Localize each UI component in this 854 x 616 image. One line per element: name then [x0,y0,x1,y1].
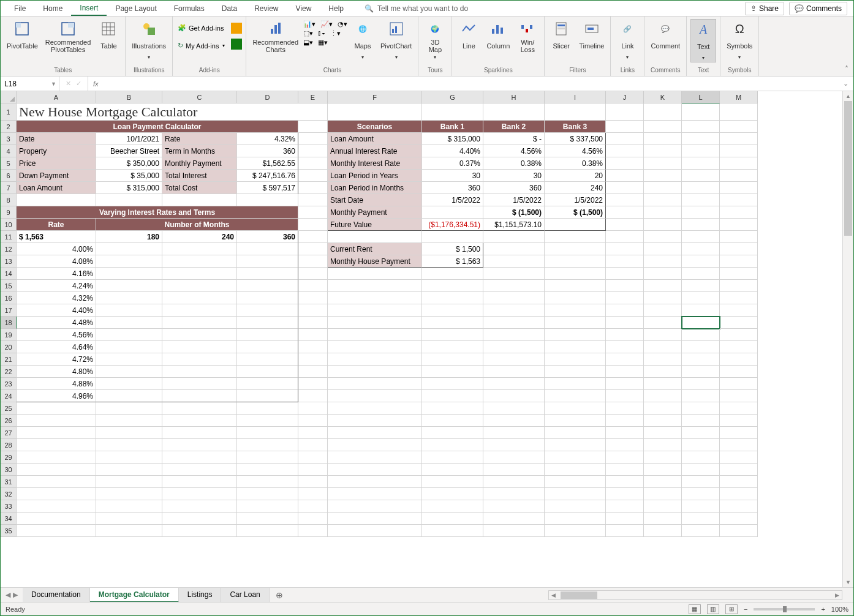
formula-expand-button[interactable]: ⌄ [838,80,853,88]
cell[interactable]: 4.16% [17,268,96,280]
cell[interactable]: $ 1,563 [17,231,96,243]
collapse-ribbon-button[interactable]: ˄ [845,65,848,73]
cell[interactable]: 4.00% [17,243,96,255]
cell[interactable]: 30 [422,170,483,182]
row-header-22[interactable]: 22 [1,366,17,378]
col-header-M[interactable]: M [720,91,758,103]
sheet-tab-mortgage-calculator[interactable]: Mortgage Calculator [90,588,179,603]
cell[interactable]: 4.72% [17,353,96,366]
cell[interactable]: 4.24% [17,280,96,292]
cell[interactable]: ($1,176,334.51) [422,219,483,231]
cell[interactable]: $ 35,000 [96,170,162,182]
hierarchy-chart-icon[interactable]: ⬚▾ [303,29,313,37]
cell[interactable]: 4.56% [17,329,96,341]
cell[interactable]: Monthly House Payment [328,255,422,268]
sheet-tab-car-loan[interactable]: Car Loan [221,588,269,603]
select-all-corner[interactable] [1,91,17,103]
row-header-17[interactable]: 17 [1,304,17,317]
tab-view[interactable]: View [287,2,320,15]
fx-icon[interactable]: fx [88,80,104,88]
row-header-3[interactable]: 3 [1,133,17,145]
row-header-1[interactable]: 1 [1,103,17,121]
sheet-next-icon[interactable]: ▶ [13,591,18,599]
cell[interactable]: 4.32% [237,133,298,145]
zoom-in-button[interactable]: + [821,606,825,613]
cell[interactable]: Term in Months [162,145,237,157]
scroll-down-icon[interactable]: ▼ [843,577,853,587]
sheet-tab-documentation[interactable]: Documentation [23,588,90,603]
cell[interactable]: $ 1,500 [422,243,483,255]
cell[interactable]: Current Rent [328,243,422,255]
cell[interactable]: 4.32% [17,292,96,304]
recommended-charts-button[interactable]: Recommended Charts [250,19,301,54]
row-header-23[interactable]: 23 [1,378,17,390]
row-header-26[interactable]: 26 [1,415,17,427]
cell[interactable]: Price [17,157,96,170]
row-header-33[interactable]: 33 [1,500,17,513]
row-header-6[interactable]: 6 [1,170,17,182]
cell[interactable]: Scenarios [328,121,422,133]
row-header-11[interactable]: 11 [1,231,17,243]
row-header-5[interactable]: 5 [1,157,17,170]
row-header-2[interactable]: 2 [1,121,17,133]
cell[interactable]: $1,151,573.10 [483,219,545,231]
cell[interactable]: Monthly Interest Rate [328,157,422,170]
cell[interactable]: $1,562.55 [237,157,298,170]
spark-winloss-button[interactable]: Win/ Loss [515,19,540,54]
cell[interactable]: Loan Amount [328,133,422,145]
cell[interactable]: Rate [162,133,237,145]
cell[interactable]: Total Cost [162,182,237,194]
sheet-prev-icon[interactable]: ◀ [6,591,10,599]
cells-area[interactable]: New House Mortgage CalculatorLoan Paymen… [17,103,758,537]
cell[interactable]: 30 [483,170,545,182]
cell[interactable]: 10/1/2021 [96,133,162,145]
people-graph-icon[interactable] [231,39,242,50]
add-sheet-button[interactable]: ⊕ [270,590,289,600]
pie-chart-icon[interactable]: ◔▾ [338,20,347,28]
col-header-E[interactable]: E [298,91,328,103]
col-header-C[interactable]: C [162,91,237,103]
row-header-8[interactable]: 8 [1,194,17,206]
tell-me-search[interactable]: 🔍 Tell me what you want to do [365,4,468,13]
cell[interactable]: $ (1,500) [545,206,606,219]
pivottable-button[interactable]: PivotTable [4,19,40,54]
combo-chart-icon[interactable]: ⬓▾ [303,39,313,47]
cell[interactable]: Loan Payment Calculator [17,121,298,133]
cell[interactable]: 4.88% [17,378,96,390]
cell[interactable]: 0.38% [545,157,606,170]
surface-chart-icon[interactable]: ▦▾ [318,39,328,47]
normal-view-button[interactable]: ▦ [689,604,701,614]
spark-line-button[interactable]: Line [456,19,482,54]
cell[interactable]: $ 315,000 [422,133,483,145]
cell[interactable]: Bank 2 [483,121,545,133]
symbols-button[interactable]: ΩSymbols▾ [724,19,755,61]
3d-map-button[interactable]: 🌍3D Map▾ [422,19,448,61]
comments-button[interactable]: 💬Comments [789,2,847,15]
tab-home[interactable]: Home [34,2,71,15]
col-header-B[interactable]: B [96,91,162,103]
page-break-view-button[interactable]: ⊞ [725,604,738,614]
tab-insert[interactable]: Insert [71,1,107,16]
cell[interactable]: Bank 3 [545,121,606,133]
cell[interactable]: 0.37% [422,157,483,170]
row-header-4[interactable]: 4 [1,145,17,157]
recommended-pivot-button[interactable]: Recommended PivotTables [43,19,94,54]
zoom-out-button[interactable]: − [744,606,747,613]
cell[interactable]: 0.38% [483,157,545,170]
cell[interactable]: $ 1,563 [422,255,483,268]
cell[interactable]: Rate [17,219,96,231]
scroll-up-icon[interactable]: ▲ [843,91,853,101]
row-header-32[interactable]: 32 [1,488,17,500]
pivotchart-button[interactable]: PivotChart▾ [378,19,414,61]
scroll-left-icon[interactable]: ◀ [549,592,558,598]
column-chart-icon[interactable]: 📊▾ [303,20,316,28]
cell[interactable]: Bank 1 [422,121,483,133]
row-header-18[interactable]: 18 [1,317,17,329]
cell[interactable]: Future Value [328,219,422,231]
cell[interactable]: Property [17,145,96,157]
row-header-31[interactable]: 31 [1,476,17,488]
tab-formulas[interactable]: Formulas [165,2,213,15]
cell[interactable]: 1/5/2022 [545,194,606,206]
cell[interactable]: Date [17,133,96,145]
cell[interactable]: 4.40% [17,304,96,317]
